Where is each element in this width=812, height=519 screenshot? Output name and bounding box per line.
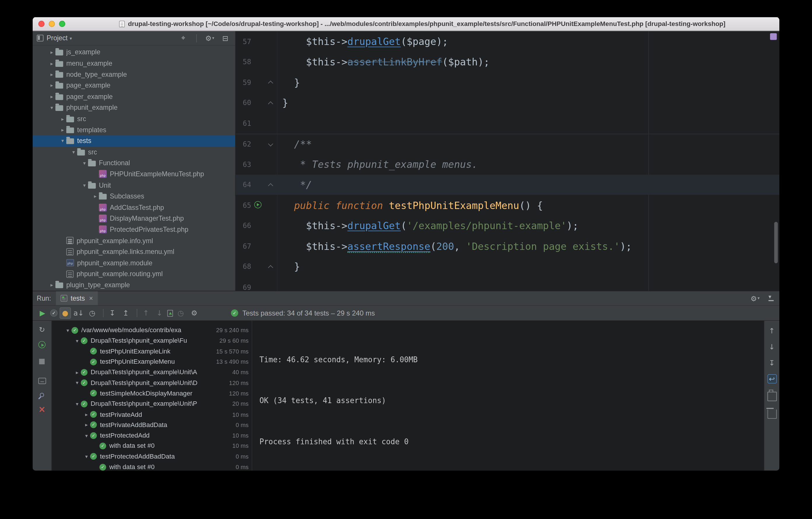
- locate-file-icon[interactable]: ⌖: [178, 32, 189, 44]
- test-item-drupal-tests-phpunit-example-unit-p[interactable]: ▾✓Drupal\Tests\phpunit_example\Unit\P20 …: [52, 399, 252, 409]
- test-item-with-data-set-0[interactable]: ✓with data set #00 ms: [52, 462, 252, 470]
- expand-arrow-icon[interactable]: ▸: [92, 194, 99, 199]
- test-item-testphpunitexamplemenu[interactable]: ✓testPhpUnitExampleMenu13 s 490 ms: [52, 356, 252, 367]
- collapse-arrow-icon[interactable]: ▾: [74, 401, 81, 407]
- editor-line-67[interactable]: 67 $this->assertResponse(200, 'Descripti…: [236, 236, 779, 256]
- test-item-testprivateadd[interactable]: ▸✓testPrivateAdd10 ms: [52, 409, 252, 420]
- previous-failed-test-icon[interactable]: ↑: [140, 307, 152, 319]
- import-test-results-icon[interactable]: [167, 310, 173, 317]
- collapse-arrow-icon[interactable]: ▾: [83, 433, 90, 438]
- hide-run-panel-icon[interactable]: [768, 295, 774, 301]
- project-item-phpunit-example-links-menu-yml[interactable]: phpunit_example.links.menu.yml: [33, 246, 235, 257]
- test-item-testprotectedadd[interactable]: ▾✓testProtectedAdd10 ms: [52, 430, 252, 441]
- editor-scrollbar-thumb[interactable]: [774, 222, 778, 263]
- print-console-icon[interactable]: [767, 392, 776, 401]
- test-item-with-data-set-0[interactable]: ✓with data set #010 ms: [52, 441, 252, 451]
- project-item-templates[interactable]: ▸templates: [33, 124, 235, 135]
- test-item-var-www-web-modules-contrib-exa[interactable]: ▾✓/var/www/web/modules/contrib/exa29 s 2…: [52, 325, 252, 335]
- soft-wrap-icon[interactable]: ↩: [767, 374, 776, 384]
- expand-arrow-icon[interactable]: ▸: [48, 60, 55, 66]
- sort-by-duration-icon[interactable]: ◷: [87, 307, 98, 319]
- settings-icon[interactable]: ⚙▾: [204, 32, 215, 44]
- expand-arrow-icon[interactable]: ▸: [48, 49, 55, 55]
- editor-line-61[interactable]: 61: [236, 113, 779, 133]
- project-item-phpunitexamplemenutest-php[interactable]: PHPUnitExampleMenuTest.php: [33, 169, 235, 180]
- project-item-addclasstest-php[interactable]: AddClassTest.php: [33, 202, 235, 213]
- console-output-icon[interactable]: [38, 378, 46, 384]
- rerun-tests-icon[interactable]: ▶: [37, 307, 48, 319]
- project-panel-title[interactable]: Project: [47, 34, 68, 42]
- chevron-down-icon[interactable]: ▾: [70, 36, 72, 41]
- collapse-arrow-icon[interactable]: ▾: [74, 380, 81, 386]
- collapse-all-icon[interactable]: ↥: [120, 307, 132, 319]
- expand-all-icon[interactable]: ↧: [107, 307, 118, 319]
- collapse-arrow-icon[interactable]: ▾: [70, 149, 77, 155]
- collapse-arrow-icon[interactable]: ▾: [74, 338, 81, 344]
- expand-arrow-icon[interactable]: ▸: [48, 72, 55, 77]
- project-item-src[interactable]: ▸src: [33, 113, 235, 124]
- fold-marker-icon[interactable]: [267, 181, 274, 189]
- editor-line-58[interactable]: 58 $this->assertLinkByHref($path);: [236, 52, 779, 72]
- inspection-indicator[interactable]: [770, 33, 777, 40]
- run-test-icon[interactable]: [254, 201, 262, 209]
- expand-arrow-icon[interactable]: ▸: [48, 94, 55, 100]
- project-item-displaymanagertest-php[interactable]: DisplayManagerTest.php: [33, 213, 235, 224]
- test-history-icon[interactable]: ◷: [175, 307, 186, 319]
- fold-marker-icon[interactable]: [267, 263, 274, 270]
- settings-icon[interactable]: ⚙▾: [749, 293, 761, 304]
- editor-line-59[interactable]: 59 }: [236, 72, 779, 92]
- editor-line-68[interactable]: 68 }: [236, 256, 779, 277]
- show-ignored-icon[interactable]: ●: [59, 307, 71, 319]
- project-item-plugin-type-example[interactable]: ▸plugin_type_example: [33, 279, 235, 291]
- project-item-phpunit-example-routing-yml[interactable]: phpunit_example.routing.yml: [33, 268, 235, 279]
- editor-line-69[interactable]: 69: [236, 277, 779, 291]
- clear-console-icon[interactable]: [767, 410, 776, 419]
- editor-line-63[interactable]: 63 * Tests phpunit_example menus.: [236, 154, 779, 174]
- expand-arrow-icon[interactable]: ▸: [59, 127, 66, 133]
- minimize-window-button[interactable]: [49, 21, 55, 27]
- project-item-functional[interactable]: ▾Functional: [33, 158, 235, 169]
- close-window-button[interactable]: [38, 21, 44, 27]
- project-item-phpunit-example[interactable]: ▾phpunit_example: [33, 102, 235, 113]
- project-item-tests[interactable]: ▾tests: [33, 135, 235, 146]
- test-item-drupal-tests-phpunit-example-unit-d[interactable]: ▾✓Drupal\Tests\phpunit_example\Unit\D120…: [52, 377, 252, 388]
- stop-icon[interactable]: ■: [36, 355, 48, 366]
- fold-marker-icon[interactable]: [267, 99, 274, 107]
- expand-arrow-icon[interactable]: ▸: [83, 422, 90, 428]
- settings-icon[interactable]: ⚙: [188, 307, 200, 319]
- test-item-testprivateaddbaddata[interactable]: ▸✓testPrivateAddBadData0 ms: [52, 420, 252, 430]
- test-item-drupal-tests-phpunit-example-fu[interactable]: ▾✓Drupal\Tests\phpunit_example\Fu29 s 60…: [52, 335, 252, 346]
- console-output[interactable]: Time: 46.62 seconds, Memory: 6.00MB OK (…: [252, 321, 764, 470]
- test-item-testprotectedaddbaddata[interactable]: ▾✓testProtectedAddBadData0 ms: [52, 451, 252, 462]
- code-editor[interactable]: 57 $this->drupalGet($page);58 $this->ass…: [236, 31, 779, 291]
- editor-line-65[interactable]: 65 public function testPhpUnitExampleMen…: [236, 195, 779, 215]
- close-panel-icon[interactable]: ×: [36, 403, 48, 414]
- project-item-phpunit-example-module[interactable]: phpunit_example.module: [33, 257, 235, 268]
- rerun-icon[interactable]: ↻: [36, 324, 48, 335]
- fold-marker-icon[interactable]: [267, 79, 274, 86]
- collapse-arrow-icon[interactable]: ▾: [81, 160, 88, 166]
- sort-alphabetically-icon[interactable]: a↓: [73, 307, 84, 319]
- collapse-arrow-icon[interactable]: ▾: [48, 105, 55, 111]
- test-item-testsimplemockdisplaymanager[interactable]: ✓testSimpleMockDisplayManager120 ms: [52, 388, 252, 399]
- test-item-drupal-tests-phpunit-example-unit-a[interactable]: ▸✓Drupal\Tests\phpunit_example\Unit\A40 …: [52, 367, 252, 377]
- test-item-testphpunitexamplelink[interactable]: ✓testPhpUnitExampleLink15 s 570 ms: [52, 346, 252, 356]
- expand-arrow-icon[interactable]: ▸: [83, 412, 90, 417]
- run-configuration-icon[interactable]: [38, 341, 46, 348]
- project-item-subclasses[interactable]: ▸Subclasses: [33, 191, 235, 202]
- project-item-src[interactable]: ▾src: [33, 146, 235, 158]
- scroll-up-icon[interactable]: ↑: [767, 326, 776, 335]
- collapse-arrow-icon[interactable]: ▾: [64, 327, 71, 333]
- pin-tab-icon[interactable]: [39, 392, 45, 398]
- project-item-node-type-example[interactable]: ▸node_type_example: [33, 69, 235, 80]
- expand-arrow-icon[interactable]: ▸: [74, 370, 81, 375]
- project-item-pager-example[interactable]: ▸pager_example: [33, 91, 235, 102]
- fold-marker-icon[interactable]: [267, 141, 274, 148]
- expand-arrow-icon[interactable]: ▸: [59, 116, 66, 122]
- expand-arrow-icon[interactable]: ▸: [48, 83, 55, 88]
- next-failed-test-icon[interactable]: ↓: [154, 307, 165, 319]
- editor-line-66[interactable]: 66 $this->drupalGet('/examples/phpunit-e…: [236, 215, 779, 236]
- project-item-js-example[interactable]: ▸js_example: [33, 47, 235, 58]
- close-tab-icon[interactable]: ×: [89, 294, 93, 302]
- scroll-down-icon[interactable]: ↓: [767, 342, 776, 351]
